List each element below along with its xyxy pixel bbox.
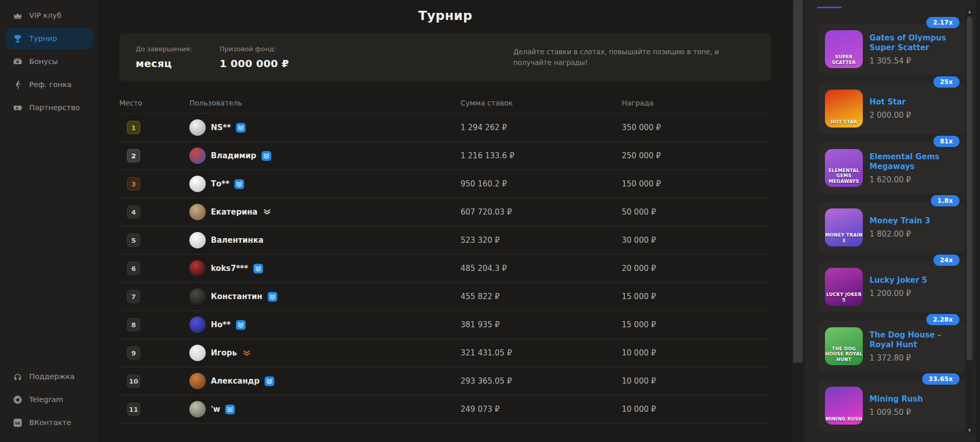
game-thumbnail[interactable]: MONEY TRAIN 3 [825,208,863,246]
main-scrollbar-thumb[interactable] [793,0,803,363]
sidebar-item-label: ВКонтакте [29,418,71,427]
game-title[interactable]: The Dog House – Royal Hunt [869,330,959,350]
sidebar-item-trophy[interactable]: Турнир [6,28,93,49]
win-card[interactable]: 1.8x MONEY TRAIN 3 Money Train 3 1 802.0… [819,202,965,253]
win-card[interactable]: 24x LUCKY JOKER 5 Lucky Joker 5 1 200.00… [819,261,965,312]
multiplier-badge: 1.8x [931,195,960,206]
header-award: Награда [622,99,771,107]
win-card[interactable]: 25x HOT STAR Hot Star 2 000.00 ₽ [819,83,965,134]
sidebar-item-label: Telegram [29,395,63,404]
avatar [189,373,206,389]
sidebar-item-crown[interactable]: VIP клуб [6,5,93,26]
place-badge: 9 [127,346,140,360]
username: koks7*** [211,264,248,273]
avatar [189,317,206,333]
table-body: 1 NS** 1 294 262 ₽ 350 000 ₽ 2 Владимир … [119,114,771,424]
header-user: Пользователь [189,99,461,107]
game-thumbnail[interactable]: SUPER SCATTER [825,30,863,68]
win-amount: 1 802.00 ₽ [869,229,930,239]
award-amount: 150 000 ₽ [622,179,771,188]
sidebar-item-label: Турнир [29,34,57,43]
blue-stack-rank-icon [236,320,246,330]
deadline-label: До завершения: [136,45,192,53]
multiplier-badge: 25x [933,76,960,88]
tournament-description: Делайте ставки в слотах, повышайте позиц… [513,47,755,68]
sidebar-item-runner[interactable]: Реф. гонка [6,74,93,95]
game-title[interactable]: Elemental Gems Megaways [869,152,959,172]
page-title: Турнир [119,8,771,23]
bets-amount: 321 431.05 ₽ [461,348,622,357]
win-amount: 1 200.00 ₽ [869,289,927,298]
username: NS** [211,123,231,132]
place-badge: 6 [127,262,140,275]
win-card[interactable]: 2.28x THE DOG HOUSE ROYAL HUNT The Dog H… [819,321,965,372]
win-amount: 1 372.80 ₽ [869,353,959,363]
avatar [189,176,206,192]
blue-stack-rank-icon [234,179,244,189]
sidebar-item-telegram[interactable]: Telegram [6,389,93,410]
game-thumbnail[interactable]: HOT STAR [825,90,863,128]
tournament-info-bar: До завершения: месяц Призовой фонд: 1 00… [119,33,771,81]
username: Екатерина [211,207,257,217]
table-row: 7 Константин 455 822 ₽ 15 000 ₽ [119,283,771,311]
place-badge: 10 [127,374,140,388]
game-thumbnail[interactable]: MINING RUSH [825,387,863,425]
money-icon [12,56,23,67]
scroll-up-icon[interactable]: ▲ [966,8,973,15]
place-badge: 2 [127,149,140,162]
game-title[interactable]: Hot Star [869,97,911,108]
leaderboard-table: Место Пользователь Сумма ставок Награда … [119,92,771,424]
panel-scrollbar[interactable]: ▲ ▼ [966,8,973,434]
username: Но** [211,320,231,329]
win-amount: 2 000.00 ₽ [869,111,911,120]
win-card[interactable]: 2.17x SUPER SCATTER Gates of Olympus Sup… [819,24,965,75]
table-row: 9 Игорь 321 431.05 ₽ 10 000 ₽ [119,339,771,367]
game-thumbnail[interactable]: THE DOG HOUSE ROYAL HUNT [825,327,863,365]
panel-scrollbar-thumb[interactable] [967,16,972,361]
prize-fund-value: 1 000 000 ₽ [220,57,289,70]
bets-amount: 950 160.2 ₽ [461,179,622,188]
runner-icon [12,79,23,90]
game-title[interactable]: Lucky Joker 5 [869,276,927,286]
bets-amount: 607 720.03 ₽ [461,207,622,217]
table-row: 6 koks7*** 485 204.3 ₽ 20 000 ₽ [119,255,771,283]
table-row: 11 'w 249 073 ₽ 10 000 ₽ [119,395,771,424]
avatar [189,288,206,305]
sidebar-nav: VIP клуб Турнир Бонусы Реф. гонка Партне… [0,3,99,120]
avatar [189,401,206,417]
main-scrollbar[interactable] [791,0,804,442]
game-title[interactable]: Money Train 3 [869,216,930,226]
sidebar-item-handshake[interactable]: Партнерство [6,97,93,118]
bets-amount: 1 294 262 ₽ [461,123,622,132]
avatar [189,232,206,248]
sidebar-item-vk[interactable]: VK ВКонтакте [6,412,93,433]
deadline-value: месяц [136,57,192,70]
sidebar-item-money[interactable]: Бонусы [6,51,93,72]
game-thumbnail[interactable]: ELEMENTAL GEMS MEGAWAYS [825,149,863,187]
table-row: 10 Александр 293 365.05 ₽ 10 000 ₽ [119,367,771,395]
sidebar-item-headset[interactable]: Поддержка [6,366,93,387]
trophy-icon [12,33,23,44]
username: То** [211,179,229,188]
avatar [189,148,206,164]
scroll-down-icon[interactable]: ▼ [966,427,973,434]
win-card[interactable]: 33.65x MINING RUSH Mining Rush 1 009.50 … [819,380,965,431]
sidebar-item-label: VIP клуб [29,11,61,19]
username: Валентинка [211,236,264,245]
prize-fund-group: Призовой фонд: 1 000 000 ₽ [220,45,289,70]
game-thumbnail[interactable]: LUCKY JOKER 5 [825,268,863,306]
blue-stack-rank-icon [265,376,274,386]
username: Константин [211,292,263,301]
game-title[interactable]: Gates of Olympus Super Scatter [869,33,959,53]
award-amount: 350 000 ₽ [622,123,771,132]
blue-stack-rank-icon [253,264,263,273]
game-title[interactable]: Mining Rush [869,394,923,405]
bets-amount: 523 320 ₽ [461,236,622,245]
avatar [189,119,206,136]
bets-amount: 485 204.3 ₽ [461,264,622,273]
win-card[interactable]: 81x ELEMENTAL GEMS MEGAWAYS Elemental Ge… [819,142,965,194]
award-amount: 10 000 ₽ [622,348,771,357]
handshake-icon [12,102,23,113]
place-badge: 3 [127,177,140,191]
award-amount: 15 000 ₽ [622,292,771,301]
